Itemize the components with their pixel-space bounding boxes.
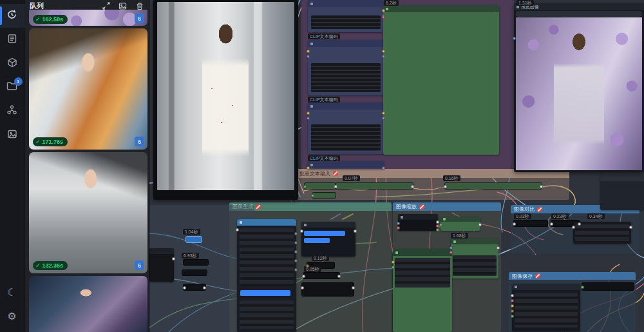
image-count-badge: 6: [135, 14, 144, 23]
dark-node[interactable]: [301, 222, 355, 257]
group-title: 图像保存: [512, 273, 533, 280]
group-title: 批量文本输入: [299, 170, 330, 177]
prompt-textarea[interactable]: [311, 63, 381, 92]
value-bar[interactable]: [304, 231, 345, 236]
node-title-chip: 1.04秒: [183, 229, 200, 235]
generated-image: [157, 2, 294, 190]
queue-panel-header: 队列: [24, 0, 149, 10]
clip-text-node[interactable]: [308, 0, 384, 32]
green-preview-node[interactable]: [393, 249, 452, 332]
node-title-chip: CLIP文本编码: [308, 34, 340, 39]
duration-badge: ✓162.58s: [33, 15, 68, 24]
widget-row[interactable]: [516, 11, 642, 17]
green-processor-node[interactable]: [383, 5, 499, 155]
dark-node[interactable]: [512, 284, 580, 331]
preview-image-node[interactable]: [153, 0, 298, 200]
check-icon: ✓: [35, 16, 41, 23]
dark-node[interactable]: [149, 248, 174, 282]
gallery-view-icon[interactable]: [118, 2, 127, 10]
node-title-chip: CLIP文本编码: [308, 97, 340, 103]
collapsed-node[interactable]: [312, 192, 336, 199]
collapsed-node[interactable]: [183, 284, 206, 291]
check-icon: ✓: [35, 262, 41, 269]
queue-history-tab[interactable]: [0, 4, 24, 28]
dark-node[interactable]: [600, 175, 644, 210]
dark-node[interactable]: [573, 222, 631, 244]
generated-image: [516, 17, 642, 170]
collapsed-node[interactable]: [335, 182, 413, 190]
logs-tab[interactable]: [0, 28, 24, 52]
value-bar[interactable]: [304, 238, 330, 243]
clip-text-node[interactable]: [308, 103, 384, 154]
node-title-chip: 0.34秒: [587, 213, 605, 219]
collapsed-node[interactable]: [183, 259, 209, 266]
green-node[interactable]: [440, 217, 480, 231]
node-title-chip: 0.07秒: [343, 175, 360, 181]
bypass-icon: [535, 273, 540, 278]
queue-item[interactable]: [29, 276, 147, 332]
node-title-chip: 0.03秒: [514, 213, 531, 219]
settings-button[interactable]: ⚙: [0, 304, 24, 328]
collapsed-node[interactable]: [582, 282, 634, 291]
node-graph-canvas[interactable]: 批量文本输入 图像生成 图像缩放 图像对比 图像保存: [149, 0, 644, 332]
history-icon: [6, 9, 17, 23]
image-count-badge: 6: [135, 137, 144, 146]
clip-text-node[interactable]: [308, 161, 384, 169]
node-title-chip: 6.93秒: [182, 253, 199, 259]
node-title-chip: 1.68秒: [451, 233, 468, 239]
collapsed-node[interactable]: [513, 220, 548, 227]
prompt-textarea[interactable]: [311, 15, 381, 29]
queue-item[interactable]: ✓171.76s 6: [29, 28, 147, 150]
models-tab[interactable]: [0, 52, 24, 75]
log-icon: [7, 34, 17, 46]
image-icon: [7, 129, 17, 142]
bypass-icon: [419, 204, 424, 210]
collapsed-node[interactable]: [303, 272, 340, 279]
workflow-count-badge: 1: [14, 77, 23, 86]
collapse-dot[interactable]: [516, 6, 519, 8]
gallery-tab[interactable]: [0, 123, 24, 147]
node-title-chip: CLIP文本编码: [308, 155, 340, 161]
node-title-chip: 0.16秒: [443, 175, 460, 181]
collapsed-node[interactable]: [444, 182, 542, 190]
group-header[interactable]: 图像缩放: [393, 202, 501, 211]
duration-badge: ✓132.36s: [33, 261, 68, 270]
collapsed-node[interactable]: [182, 269, 207, 276]
gear-icon: ⚙: [7, 311, 16, 322]
group-title: 图像对比: [514, 206, 535, 213]
sidebar-rail: 1 ☾ ⚙: [0, 0, 24, 332]
node-library-tab[interactable]: [0, 99, 24, 123]
value-bar[interactable]: [240, 290, 290, 296]
queue-item[interactable]: ✓132.36s 6: [29, 152, 147, 273]
bypass-icon: [537, 207, 542, 212]
network-icon: [6, 104, 17, 118]
node-title-chip: 6.2秒: [384, 0, 399, 6]
workflows-tab[interactable]: 1: [0, 75, 24, 99]
duration-badge: ✓171.76s: [33, 137, 68, 146]
node-title-chip: 0.12秒: [312, 255, 329, 261]
comfyui-app: 1 ☾ ⚙ 队列: [0, 0, 644, 332]
expand-panel-icon[interactable]: [102, 2, 110, 10]
collapsed-node[interactable]: [301, 282, 354, 297]
bypass-icon: [256, 204, 261, 210]
dark-settings-node[interactable]: [237, 219, 296, 332]
image-count-badge: 6: [135, 260, 144, 270]
collapsed-node[interactable]: [304, 182, 336, 190]
collapsed-node-selected[interactable]: [185, 236, 202, 243]
node-title-chip: 0.23秒: [551, 213, 569, 219]
preview-image-node[interactable]: 预览图像: [514, 3, 644, 172]
check-icon: ✓: [35, 139, 41, 145]
group-header[interactable]: 图像保存: [509, 272, 636, 280]
queue-panel: 队列: [24, 0, 149, 332]
theme-toggle[interactable]: ☾: [0, 280, 24, 304]
clear-queue-trash-icon[interactable]: [135, 2, 144, 10]
prompt-textarea[interactable]: [311, 124, 381, 151]
black-node[interactable]: [398, 214, 438, 231]
green-node[interactable]: [451, 239, 498, 278]
cube-icon: [7, 57, 17, 70]
node-title-chip: 1.31秒: [516, 0, 534, 6]
bypass-icon: [333, 171, 338, 176]
queue-item[interactable]: ✓162.58s 6: [29, 10, 147, 26]
clip-text-node[interactable]: [308, 40, 384, 95]
moon-icon: ☾: [7, 288, 16, 298]
